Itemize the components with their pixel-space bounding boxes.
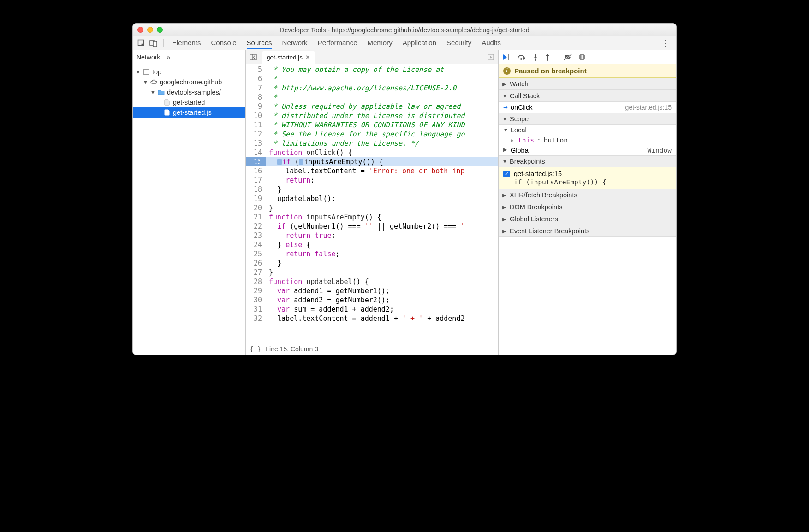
debugger-toolbar: [499, 50, 676, 64]
info-icon: i: [503, 67, 511, 75]
line-gutter[interactable]: 5678910111213141516171819202122232425262…: [246, 64, 266, 343]
tree-folder[interactable]: ▼ devtools-samples/: [133, 87, 245, 97]
svg-rect-3: [143, 70, 149, 74]
breakpoint-checkbox[interactable]: ✓: [503, 171, 510, 177]
step-out-button[interactable]: [545, 53, 550, 61]
paused-text: Paused on breakpoint: [514, 67, 587, 75]
scope-this[interactable]: ▶this: button: [499, 135, 676, 145]
tab-performance[interactable]: Performance: [318, 37, 357, 49]
section-scope[interactable]: ▼Scope: [499, 113, 676, 125]
tab-application[interactable]: Application: [403, 37, 436, 49]
braces-icon[interactable]: { }: [250, 345, 261, 353]
tab-elements[interactable]: Elements: [172, 37, 201, 49]
scope-global[interactable]: ▶GlobalWindow: [499, 145, 676, 155]
svg-rect-2: [153, 41, 157, 47]
tree-label: googlechrome.github: [160, 78, 222, 86]
svg-point-9: [520, 58, 522, 60]
file-icon: [163, 109, 171, 116]
folder-icon: [157, 89, 165, 96]
panels: Network » ⋮ ▼ top ▼ googlechrome.github …: [133, 50, 676, 355]
editor-tabbar: get-started.js ✕: [246, 50, 498, 64]
toolbar-separator: [557, 53, 557, 61]
section-global-listeners[interactable]: ▶Global Listeners: [499, 213, 676, 225]
tree-top-frame[interactable]: ▼ top: [133, 67, 245, 77]
device-toggle-icon[interactable]: [149, 38, 159, 48]
section-dom-breakpoints[interactable]: ▶DOM Breakpoints: [499, 201, 676, 213]
navigator-tabs-more-icon[interactable]: »: [167, 53, 170, 61]
code-lines[interactable]: * You may obtain a copy of the License a…: [266, 64, 498, 343]
breakpoint-code: if (inputsAreEmpty()) {: [503, 178, 672, 186]
minimize-window-button[interactable]: [147, 27, 153, 33]
breakpoint-label: get-started.js:15: [514, 170, 562, 177]
callstack-frame[interactable]: ➔ onClick get-started.js:15: [499, 102, 676, 113]
zoom-window-button[interactable]: [157, 27, 163, 33]
tree-label: devtools-samples/: [167, 89, 221, 96]
frame-function: onClick: [511, 104, 533, 111]
current-frame-icon: ➔: [503, 104, 508, 111]
editor-tab-label: get-started.js: [267, 54, 303, 61]
tree-label: get-started: [173, 99, 205, 106]
code-area[interactable]: 5678910111213141516171819202122232425262…: [246, 64, 498, 343]
code-editor: get-started.js ✕ 56789101112131415161718…: [246, 50, 499, 355]
tree-label: top: [152, 68, 161, 76]
editor-statusbar: { } Line 15, Column 3: [246, 343, 498, 355]
tree-domain[interactable]: ▼ googlechrome.github: [133, 77, 245, 87]
close-tab-icon[interactable]: ✕: [305, 54, 310, 61]
deactivate-breakpoints-button[interactable]: [564, 54, 572, 60]
tree-label: get-started.js: [173, 109, 212, 116]
svg-rect-16: [582, 55, 583, 59]
tab-security[interactable]: Security: [446, 37, 471, 49]
section-watch[interactable]: ▶Watch: [499, 78, 676, 90]
tab-network[interactable]: Network: [282, 37, 308, 49]
tree-file-js[interactable]: get-started.js: [133, 107, 245, 118]
run-snippet-icon[interactable]: [485, 52, 496, 63]
titlebar: Developer Tools - https://googlechrome.g…: [133, 24, 676, 36]
frame-icon: [143, 68, 150, 76]
traffic-lights: [137, 27, 163, 33]
section-breakpoints[interactable]: ▼Breakpoints: [499, 155, 676, 167]
frame-location: get-started.js:15: [625, 104, 672, 111]
close-window-button[interactable]: [137, 27, 143, 33]
breakpoint-item[interactable]: ✓ get-started.js:15 if (inputsAreEmpty()…: [499, 167, 676, 189]
tab-console[interactable]: Console: [211, 37, 237, 49]
main-toolbar: Elements Console Sources Network Perform…: [133, 36, 676, 50]
panel-tabs: Elements Console Sources Network Perform…: [172, 37, 657, 49]
scope-local[interactable]: ▼Local: [499, 125, 676, 135]
toolbar-separator: [163, 39, 164, 47]
tree-file-html[interactable]: get-started: [133, 97, 245, 107]
inspect-element-icon[interactable]: [137, 38, 147, 48]
resume-button[interactable]: [502, 53, 511, 61]
step-over-button[interactable]: [517, 54, 526, 60]
devtools-window: Developer Tools - https://googlechrome.g…: [132, 23, 677, 355]
tab-memory[interactable]: Memory: [368, 37, 393, 49]
cursor-position: Line 15, Column 3: [266, 345, 318, 353]
cloud-icon: [150, 78, 157, 86]
file-icon: [163, 99, 171, 106]
navigator-sidebar: Network » ⋮ ▼ top ▼ googlechrome.github …: [133, 50, 246, 355]
pause-on-exceptions-button[interactable]: [578, 53, 586, 61]
navigator-tabbar: Network » ⋮: [133, 50, 245, 64]
svg-rect-8: [508, 54, 509, 60]
settings-menu-icon[interactable]: ⋮: [659, 38, 672, 48]
navigator-tab-network[interactable]: Network: [137, 53, 160, 61]
step-into-button[interactable]: [533, 53, 538, 61]
window-title: Developer Tools - https://googlechrome.g…: [133, 26, 676, 34]
svg-point-11: [535, 59, 536, 61]
svg-point-13: [547, 59, 548, 61]
section-xhr-breakpoints[interactable]: ▶XHR/fetch Breakpoints: [499, 189, 676, 201]
show-navigator-icon[interactable]: [248, 52, 259, 63]
navigator-menu-icon[interactable]: ⋮: [234, 53, 242, 61]
editor-tab[interactable]: get-started.js ✕: [262, 51, 315, 64]
file-tree: ▼ top ▼ googlechrome.github ▼ devtools-s…: [133, 64, 245, 120]
section-event-listener-breakpoints[interactable]: ▶Event Listener Breakpoints: [499, 225, 676, 237]
tab-audits[interactable]: Audits: [482, 37, 501, 49]
section-callstack[interactable]: ▼Call Stack: [499, 90, 676, 102]
paused-banner: i Paused on breakpoint: [499, 64, 676, 78]
tab-sources[interactable]: Sources: [247, 37, 272, 49]
debugger-sidebar: i Paused on breakpoint ▶Watch ▼Call Stac…: [499, 50, 676, 355]
